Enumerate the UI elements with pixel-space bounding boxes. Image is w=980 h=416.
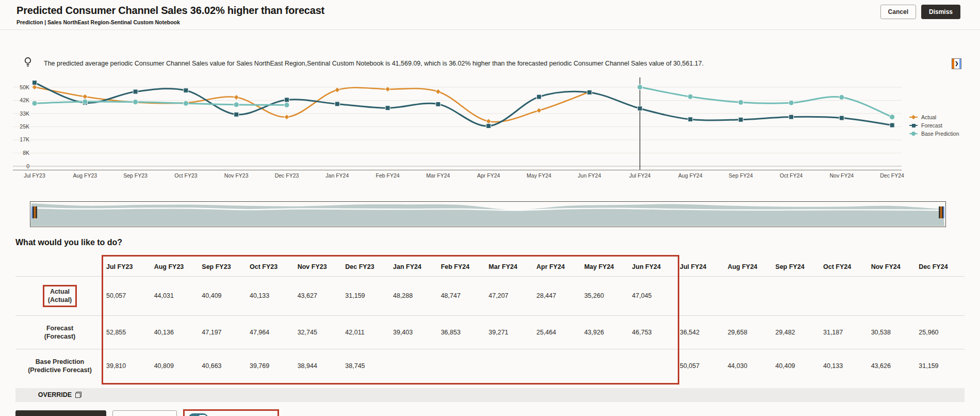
table-cell: 31,159 bbox=[917, 349, 965, 383]
table-cell: 29,482 bbox=[773, 316, 821, 349]
table-cell: 25,960 bbox=[917, 316, 965, 349]
table-cell bbox=[630, 349, 678, 383]
table-cell bbox=[534, 349, 582, 383]
breadcrumb: Prediction | Sales NorthEast Region-Sent… bbox=[17, 19, 960, 25]
row-label: Base Prediction(Predictive Forecast) bbox=[15, 349, 104, 383]
insight-message: The predicted average periodic Consumer … bbox=[44, 60, 704, 67]
table-row: Actual(Actual)50,05744,03140,40940,13343… bbox=[15, 276, 965, 315]
base-prediction-marker-icon bbox=[909, 131, 918, 136]
open-as-adhoc-button[interactable]: Open As Adhoc bbox=[112, 410, 177, 416]
table-cell: 43,627 bbox=[296, 277, 344, 315]
column-header: Mar FY24 bbox=[486, 257, 534, 276]
legend-item-actual[interactable]: Actual bbox=[909, 114, 959, 120]
legend-item-forecast[interactable]: Forecast bbox=[909, 122, 959, 129]
table-cell: 40,133 bbox=[821, 349, 869, 383]
table-cell bbox=[917, 277, 965, 315]
table-cell: 30,538 bbox=[869, 316, 917, 349]
column-header: Jul FY24 bbox=[678, 257, 726, 276]
table-cell: 40,809 bbox=[152, 349, 200, 383]
hide-historical-data-highlight: Hide historical data bbox=[183, 409, 279, 416]
insight-bulb-icon bbox=[24, 57, 32, 69]
legend-item-base-prediction[interactable]: Base Prediction bbox=[909, 131, 959, 137]
sales-line-chart: 50K42K33K25K17K8K0Jul FY23Aug FY23Sep FY… bbox=[0, 75, 906, 185]
copy-icon[interactable] bbox=[75, 392, 81, 398]
table-cell bbox=[439, 349, 487, 383]
svg-text:25K: 25K bbox=[20, 123, 29, 130]
overview-area-chart bbox=[30, 202, 944, 226]
svg-text:8K: 8K bbox=[23, 150, 29, 156]
table-cell: 38,745 bbox=[343, 349, 391, 383]
corner-cell bbox=[15, 257, 104, 276]
table-cell bbox=[486, 349, 534, 383]
table-cell: 35,260 bbox=[582, 277, 630, 315]
svg-text:Jul FY24: Jul FY24 bbox=[629, 172, 651, 179]
table-cell: 40,133 bbox=[248, 277, 296, 315]
time-range-selector[interactable] bbox=[30, 201, 946, 227]
table-cell: 38,944 bbox=[296, 349, 344, 383]
table-cell: 36,542 bbox=[678, 316, 726, 349]
table-cell bbox=[391, 349, 439, 383]
table-cell: 43,626 bbox=[869, 349, 917, 383]
range-handle-right[interactable] bbox=[939, 206, 944, 218]
svg-text:Jan FY24: Jan FY24 bbox=[325, 172, 349, 179]
svg-text:42K: 42K bbox=[20, 97, 29, 103]
panel-icon-blue-bar bbox=[959, 59, 961, 69]
svg-text:Dec FY24: Dec FY24 bbox=[880, 172, 904, 179]
table-cell: 47,964 bbox=[248, 316, 296, 349]
table-cell bbox=[773, 277, 821, 315]
cancel-button[interactable]: Cancel bbox=[880, 5, 916, 19]
column-header: Dec FY24 bbox=[917, 257, 965, 276]
svg-text:17K: 17K bbox=[20, 136, 29, 142]
table-cell: 50,057 bbox=[104, 277, 152, 315]
dismiss-button[interactable]: Dismiss bbox=[921, 5, 960, 19]
row-label: Actual(Actual) bbox=[15, 277, 104, 315]
table-cell: 32,745 bbox=[296, 316, 344, 349]
column-header: Apr FY24 bbox=[534, 257, 582, 276]
page-title: Predicted Consumer Channel Sales 36.02% … bbox=[17, 5, 960, 17]
svg-text:Mar FY24: Mar FY24 bbox=[426, 172, 450, 179]
svg-text:Oct FY24: Oct FY24 bbox=[780, 172, 803, 179]
actual-marker-icon bbox=[909, 115, 918, 120]
svg-text:May FY24: May FY24 bbox=[527, 172, 551, 179]
insight-banner: The predicted average periodic Consumer … bbox=[24, 58, 961, 69]
table-cell: 31,159 bbox=[343, 277, 391, 315]
table-cell: 31,187 bbox=[821, 316, 869, 349]
table-cell: 47,207 bbox=[486, 277, 534, 315]
chart-canvas: 50K42K33K25K17K8K0Jul FY23Aug FY23Sep FY… bbox=[0, 75, 906, 185]
svg-text:Apr FY24: Apr FY24 bbox=[477, 172, 500, 179]
table-cell: 47,197 bbox=[200, 316, 248, 349]
hide-historical-data-toggle[interactable] bbox=[188, 413, 208, 416]
svg-text:Feb FY24: Feb FY24 bbox=[376, 172, 400, 179]
table-cell: 44,031 bbox=[152, 277, 200, 315]
table-cell: 50,057 bbox=[678, 349, 726, 383]
legend-label: Actual bbox=[921, 114, 936, 120]
open-panel-icon[interactable]: ❯ bbox=[952, 58, 961, 69]
table-cell: 40,663 bbox=[200, 349, 248, 383]
table-cell: 40,136 bbox=[152, 316, 200, 349]
forecast-marker-icon bbox=[909, 123, 918, 128]
table-cell: 43,926 bbox=[582, 316, 630, 349]
table-cell: 28,447 bbox=[534, 277, 582, 315]
svg-text:Jun FY24: Jun FY24 bbox=[578, 172, 601, 179]
update-forecast-button[interactable]: Update Forecast 25.94% bbox=[15, 410, 106, 416]
table-cell: 44,030 bbox=[726, 349, 774, 383]
legend-label: Forecast bbox=[921, 122, 942, 129]
column-header: Dec FY23 bbox=[343, 257, 391, 276]
table-row: Forecast(Forecast)52,85540,13647,19747,9… bbox=[15, 315, 965, 349]
column-header: Aug FY23 bbox=[152, 257, 200, 276]
table-cell bbox=[678, 277, 726, 315]
actual-label-highlight: Actual(Actual) bbox=[43, 285, 77, 307]
row-label: Forecast(Forecast) bbox=[15, 316, 104, 349]
column-header: Feb FY24 bbox=[439, 257, 487, 276]
column-header: Jul FY23 bbox=[104, 257, 152, 276]
table-cell bbox=[821, 277, 869, 315]
chevron-right-icon: ❯ bbox=[954, 59, 959, 69]
chart-legend: Actual Forecast Base Prediction bbox=[909, 114, 959, 137]
range-handle-left[interactable] bbox=[31, 206, 37, 218]
forecast-table: Jul FY23Aug FY23Sep FY23Oct FY23Nov FY23… bbox=[15, 257, 965, 416]
table-header-row: Jul FY23Aug FY23Sep FY23Oct FY23Nov FY23… bbox=[15, 257, 965, 276]
table-grid: Jul FY23Aug FY23Sep FY23Oct FY23Nov FY23… bbox=[15, 257, 965, 383]
override-row[interactable]: OVERRIDE bbox=[15, 388, 965, 402]
table-cell: 52,855 bbox=[104, 316, 152, 349]
table-cell bbox=[869, 277, 917, 315]
